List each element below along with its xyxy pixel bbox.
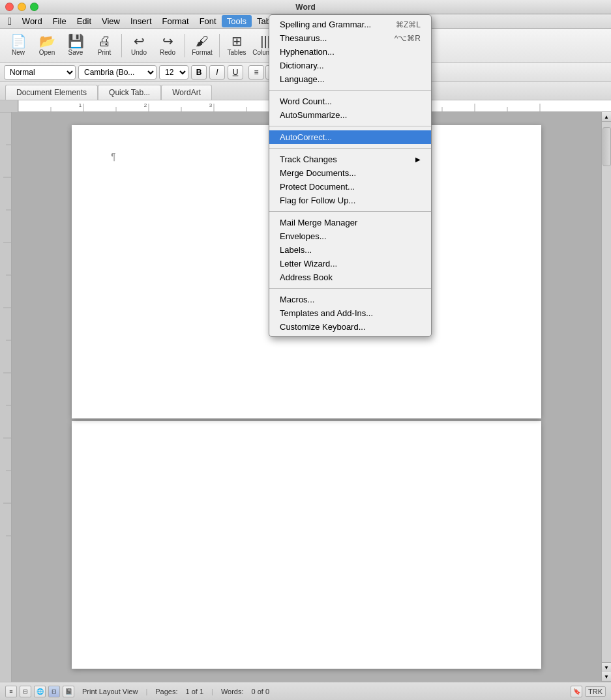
menu-section-3: AutoCorrect... <box>269 128 431 147</box>
view-label: Print Layout View <box>82 688 138 695</box>
tables-icon: ⊞ <box>231 35 243 48</box>
menu-merge-documents[interactable]: Merge Documents... <box>269 166 431 180</box>
tables-button[interactable]: ⊞ Tables <box>224 31 250 60</box>
menu-thesaurus[interactable]: Thesaurus... ^⌥⌘R <box>269 31 431 45</box>
scroll-thumb[interactable] <box>603 127 611 166</box>
menu-templates-add-ins[interactable]: Templates and Add-Ins... <box>269 306 431 320</box>
menu-labels[interactable]: Labels... <box>269 243 431 257</box>
new-label: New <box>12 49 25 56</box>
tools-menu: Spelling and Grammar... ⌘Z⌘L Thesaurus..… <box>269 14 432 337</box>
menu-edit[interactable]: Edit <box>72 15 97 27</box>
menu-divider-4 <box>269 211 431 212</box>
tab-wordart[interactable]: WordArt <box>161 85 212 100</box>
toolbar-separator-3 <box>219 34 220 57</box>
menu-flag-follow-up[interactable]: Flag for Follow Up... <box>269 194 431 207</box>
bookmark-icon[interactable]: 🔖 <box>571 686 582 697</box>
vertical-scrollbar[interactable]: ▲ ▼ ▼ <box>601 112 611 682</box>
new-button[interactable]: 📄 New <box>5 31 31 60</box>
maximize-button[interactable] <box>30 3 38 11</box>
view-normal-icon[interactable]: ≡ <box>5 686 17 697</box>
menu-section-5: Mail Merge Manager Envelopes... Labels..… <box>269 213 431 287</box>
page-2 <box>72 421 541 669</box>
tables-label: Tables <box>228 49 246 56</box>
menu-word-count[interactable]: Word Count... <box>269 95 431 108</box>
toolbar-separator-1 <box>121 34 122 57</box>
menu-protect-document[interactable]: Protect Document... <box>269 180 431 194</box>
open-button[interactable]: 📂 Open <box>34 31 60 60</box>
menu-macros[interactable]: Macros... <box>269 293 431 306</box>
svg-text:1: 1 <box>79 102 82 108</box>
menu-autocorrect[interactable]: AutoCorrect... <box>269 130 431 144</box>
save-label: Save <box>68 49 83 56</box>
menu-address-book[interactable]: Address Book <box>269 270 431 284</box>
view-layout-icon[interactable]: ⊡ <box>48 686 60 697</box>
redo-label: Redo <box>160 49 175 56</box>
format-icon: 🖌 <box>196 35 209 48</box>
menu-view[interactable]: View <box>97 15 125 27</box>
window-title: Word <box>295 3 315 12</box>
view-icons: ≡ ⊟ 🌐 ⊡ 📓 <box>5 686 74 697</box>
menu-section-1: Spelling and Grammar... ⌘Z⌘L Thesaurus..… <box>269 15 431 89</box>
menu-divider-5 <box>269 288 431 289</box>
tab-quick-tables[interactable]: Quick Tab... <box>98 85 161 100</box>
toolbar-separator-2 <box>185 34 185 57</box>
menu-divider-1 <box>269 90 431 91</box>
format-button[interactable]: 🖌 Format <box>189 31 215 60</box>
print-icon: 🖨 <box>98 35 111 48</box>
print-button[interactable]: 🖨 Print <box>91 31 117 60</box>
menu-divider-2 <box>269 126 431 126</box>
apple-menu[interactable]:  <box>3 16 17 27</box>
format-label: Format <box>192 49 213 56</box>
minimize-button[interactable] <box>18 3 26 11</box>
open-icon: 📂 <box>39 35 55 48</box>
size-select[interactable]: 12 <box>159 65 188 80</box>
scroll-up-button[interactable]: ▲ <box>602 112 612 122</box>
menu-word[interactable]: Word <box>17 15 48 27</box>
svg-text:3: 3 <box>209 102 213 108</box>
undo-button[interactable]: ↩ Undo <box>126 31 152 60</box>
new-icon: 📄 <box>10 35 27 48</box>
view-web-icon[interactable]: 🌐 <box>34 686 46 697</box>
menu-insert[interactable]: Insert <box>125 15 157 27</box>
ruler-corner <box>0 100 18 112</box>
view-outline-icon[interactable]: ⊟ <box>20 686 31 697</box>
save-button[interactable]: 💾 Save <box>63 31 89 60</box>
redo-icon: ↪ <box>162 35 173 48</box>
menu-spelling-grammar[interactable]: Spelling and Grammar... ⌘Z⌘L <box>269 18 431 31</box>
title-bar: Word <box>0 0 611 14</box>
style-select[interactable]: Normal <box>4 65 76 80</box>
font-select[interactable]: Cambria (Bo... <box>78 65 156 80</box>
menu-section-4: Track Changes ▶ Merge Documents... Prote… <box>269 150 431 210</box>
print-label: Print <box>98 49 112 56</box>
align-left-button[interactable]: ≡ <box>248 65 264 80</box>
redo-button[interactable]: ↪ Redo <box>155 31 181 60</box>
italic-button[interactable]: I <box>209 65 225 80</box>
menu-language[interactable]: Language... <box>269 72 431 86</box>
menu-mail-merge[interactable]: Mail Merge Manager <box>269 216 431 229</box>
status-bar: ≡ ⊟ 🌐 ⊡ 📓 Print Layout View | Pages: 1 o… <box>0 682 611 700</box>
menu-track-changes[interactable]: Track Changes ▶ <box>269 153 431 166</box>
close-button[interactable] <box>5 3 14 11</box>
menu-file[interactable]: File <box>48 15 72 27</box>
pages-label: Pages: <box>155 688 177 695</box>
menu-autosummarize[interactable]: AutoSummarize... <box>269 108 431 122</box>
tab-document-elements[interactable]: Document Elements <box>5 85 98 100</box>
menu-dictionary[interactable]: Dictionary... <box>269 59 431 72</box>
menu-customize-keyboard[interactable]: Customize Keyboard... <box>269 320 431 334</box>
undo-label: Undo <box>131 49 147 56</box>
scroll-down2-button[interactable]: ▼ <box>602 672 612 682</box>
traffic-lights <box>0 3 38 11</box>
menu-envelopes[interactable]: Envelopes... <box>269 229 431 243</box>
menu-tools[interactable]: Tools <box>222 15 252 27</box>
words-value: 0 of 0 <box>252 688 270 695</box>
underline-button[interactable]: U <box>228 65 243 80</box>
scroll-down-button[interactable]: ▼ <box>602 662 612 672</box>
menu-letter-wizard[interactable]: Letter Wizard... <box>269 257 431 270</box>
vertical-ruler <box>0 112 12 682</box>
menu-hyphenation[interactable]: Hyphenation... <box>269 45 431 59</box>
menu-font[interactable]: Font <box>194 15 222 27</box>
bold-button[interactable]: B <box>191 65 207 80</box>
menu-format[interactable]: Format <box>157 15 194 27</box>
view-notebook-icon[interactable]: 📓 <box>63 686 74 697</box>
cursor-mark: ¶ <box>111 151 116 162</box>
